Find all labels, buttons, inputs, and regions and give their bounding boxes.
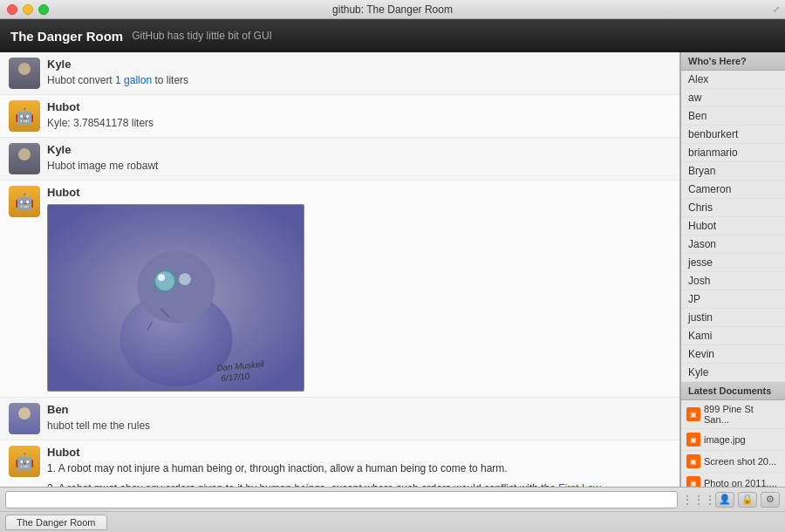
window-title: github: The Danger Room — [332, 3, 453, 16]
app-title: The Danger Room — [10, 29, 123, 44]
message-author: Hubot — [47, 446, 671, 459]
message-text: hubot tell me the rules — [47, 418, 671, 433]
avatar-hubot: 🤖 — [9, 186, 40, 217]
sidebar-user-ben[interactable]: Ben — [681, 107, 785, 126]
status-icons: 👤 🔒 ⚙ — [715, 492, 780, 508]
message-author: Hubot — [47, 186, 671, 199]
avatar-hubot: 🤖 — [9, 100, 40, 132]
doc-label: Photo on 2011.... — [704, 478, 777, 487]
sidebar: Who's Here? Alex aw Ben benburkert brian… — [680, 52, 785, 487]
chat-message: 🤖 Hubot — [0, 181, 679, 398]
chat-input[interactable] — [5, 491, 678, 508]
hubot-avatar-img: 🤖 — [9, 446, 40, 477]
avatar-hubot: 🤖 — [9, 446, 40, 477]
doc-icon: ▣ — [686, 407, 700, 421]
robot-svg: Dan Muskell 6/17/10 — [48, 204, 304, 392]
message-author: Kyle — [47, 58, 671, 71]
sidebar-user-josh[interactable]: Josh — [681, 272, 785, 290]
sidebar-user-hubot[interactable]: Hubot — [681, 217, 785, 235]
tab-danger-room[interactable]: The Danger Room — [5, 515, 107, 530]
whos-here-title: Who's Here? — [681, 52, 785, 71]
maximize-button[interactable] — [38, 4, 49, 15]
sidebar-user-jesse[interactable]: jesse — [681, 254, 785, 272]
robot-image: Dan Muskell 6/17/10 — [47, 204, 304, 392]
chat-message: Kyle Hubot convert 1 gallon to liters — [0, 52, 679, 95]
sidebar-user-jp[interactable]: JP — [681, 290, 785, 309]
first-law-link[interactable]: First Law — [558, 482, 600, 487]
svg-point-4 — [158, 274, 165, 281]
sidebar-user-kyle[interactable]: Kyle — [681, 364, 785, 382]
doc-icon: ▣ — [686, 454, 700, 468]
message-author: Hubot — [47, 100, 671, 113]
sidebar-user-chris[interactable]: Chris — [681, 199, 785, 217]
sidebar-doc-4[interactable]: ▣ Photo on 2011.... — [681, 473, 785, 487]
chat-message: 🤖 Hubot 1. A robot may not injure a huma… — [0, 440, 679, 487]
doc-icon: ▣ — [686, 433, 700, 447]
svg-point-3 — [154, 270, 175, 291]
hubot-avatar-img: 🤖 — [9, 186, 40, 217]
close-button[interactable] — [7, 4, 17, 15]
person-icon-button[interactable]: 👤 — [715, 492, 734, 508]
doc-label: 899 Pine St San... — [704, 404, 780, 425]
message-content: Kyle Hubot convert 1 gallon to liters — [47, 58, 671, 88]
avatar-kyle — [9, 143, 40, 174]
title-bar: github: The Danger Room ⤢ — [0, 0, 785, 19]
chat-message: Kyle Hubot image me robawt — [0, 138, 679, 181]
message-content: Hubot — [47, 186, 671, 392]
sidebar-user-bryan[interactable]: Bryan — [681, 162, 785, 181]
status-bar: The Danger Room — [0, 512, 785, 532]
doc-label: image.jpg — [704, 434, 746, 445]
input-row: ⋮⋮⋮ 👤 🔒 ⚙ — [0, 488, 785, 512]
sidebar-user-alex[interactable]: Alex — [681, 71, 785, 89]
svg-point-5 — [179, 273, 191, 285]
message-text: Hubot image me robawt — [47, 158, 671, 174]
sidebar-user-justin[interactable]: justin — [681, 309, 785, 327]
sidebar-user-jason[interactable]: Jason — [681, 235, 785, 254]
lock-icon-button[interactable]: 🔒 — [738, 492, 757, 508]
message-author: Kyle — [47, 143, 671, 156]
message-text: Kyle: 3.78541178 liters — [47, 115, 671, 131]
message-text: Hubot convert 1 gallon to liters — [47, 72, 671, 88]
message-content: Kyle Hubot image me robawt — [47, 143, 671, 174]
avatar-ben — [9, 403, 40, 434]
scrollbar-area: ⋮⋮⋮ — [681, 493, 715, 507]
bottom-bar: ⋮⋮⋮ 👤 🔒 ⚙ The Danger Room — [0, 487, 785, 532]
laws-text: 1. A robot may not injure a human being … — [47, 460, 671, 487]
chat-area[interactable]: Kyle Hubot convert 1 gallon to liters 🤖 … — [0, 52, 680, 487]
chat-message: Ben hubot tell me the rules — [0, 398, 679, 440]
gear-icon-button[interactable]: ⚙ — [761, 492, 780, 508]
traffic-lights — [7, 4, 49, 15]
minimize-button[interactable] — [23, 4, 33, 15]
sidebar-user-kami[interactable]: Kami — [681, 327, 785, 345]
chat-message: 🤖 Hubot Kyle: 3.78541178 liters — [0, 95, 679, 138]
sidebar-user-kevin[interactable]: Kevin — [681, 345, 785, 364]
sidebar-user-cameron[interactable]: Cameron — [681, 181, 785, 199]
app-subtitle: GitHub has tidy little bit of GUI — [132, 30, 272, 42]
ben-avatar-img — [9, 403, 40, 434]
hubot-avatar-img: 🤖 — [9, 100, 40, 132]
svg-point-2 — [137, 250, 215, 323]
avatar-kyle — [9, 58, 40, 89]
latest-docs-title: Latest Documents — [681, 382, 785, 400]
kyle-avatar-img — [9, 58, 40, 89]
message-author: Ben — [47, 403, 671, 416]
sidebar-user-brianmario[interactable]: brianmario — [681, 144, 785, 162]
doc-icon: ▣ — [686, 476, 700, 487]
sidebar-user-aw[interactable]: aw — [681, 89, 785, 107]
kyle-avatar-img — [9, 143, 40, 174]
message-content: Hubot 1. A robot may not injure a human … — [47, 446, 671, 487]
resize-icon: ⤢ — [773, 4, 780, 14]
app-header: The Danger Room GitHub has tidy little b… — [0, 19, 785, 52]
scrollbar-dots: ⋮⋮⋮ — [681, 493, 715, 507]
sidebar-doc-3[interactable]: ▣ Screen shot 20... — [681, 451, 785, 473]
main-container: Kyle Hubot convert 1 gallon to liters 🤖 … — [0, 52, 785, 487]
sidebar-doc-2[interactable]: ▣ image.jpg — [681, 429, 785, 451]
sidebar-user-benburkert[interactable]: benburkert — [681, 126, 785, 144]
doc-label: Screen shot 20... — [704, 456, 776, 467]
message-content: Ben hubot tell me the rules — [47, 403, 671, 433]
sidebar-doc-1[interactable]: ▣ 899 Pine St San... — [681, 400, 785, 429]
gallon-link[interactable]: 1 gallon — [115, 74, 152, 86]
message-content: Hubot Kyle: 3.78541178 liters — [47, 100, 671, 131]
